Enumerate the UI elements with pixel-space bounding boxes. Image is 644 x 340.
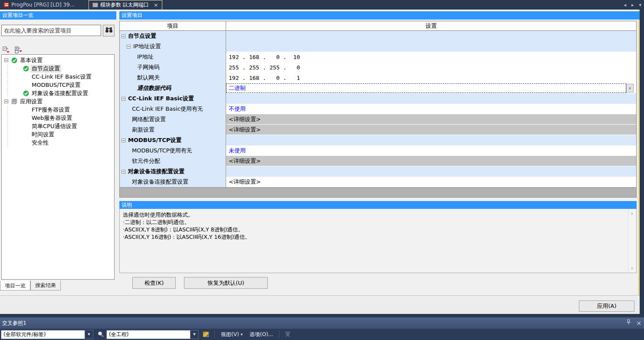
row-setting-cell[interactable] [226, 41, 636, 52]
row-item-label: IP地址设置 [133, 43, 161, 50]
row-item-label: 对象设备连接配置设置 [132, 178, 188, 186]
row-setting-cell[interactable] [226, 166, 636, 177]
check-circle-icon [11, 57, 17, 63]
collapse-box-icon[interactable] [122, 97, 125, 101]
table-row[interactable]: 刷新设置<详细设置> [120, 125, 636, 135]
pin-icon[interactable] [626, 317, 631, 329]
tab-progpou[interactable]: ProgPou [PRG] [LD] 39... [0, 0, 85, 10]
device-filter-combo[interactable]: (全部软元件/标签) ▼ [1, 330, 93, 339]
tree-item[interactable]: Web服务器设置 [2, 114, 114, 122]
row-setting-cell[interactable] [226, 135, 636, 145]
table-row[interactable]: 软元件分配<详细设置> [120, 156, 636, 166]
scope-filter-combo[interactable]: (全工程) ▼ [106, 330, 199, 339]
collapse-box-icon[interactable] [4, 99, 8, 103]
scroll-up-icon[interactable]: ∧ [628, 210, 636, 217]
collapse-box-icon[interactable] [127, 45, 131, 49]
chevron-down-icon[interactable]: ▼ [85, 330, 93, 339]
row-setting-cell[interactable]: <详细设置> [226, 114, 636, 125]
description-line: 选择通信时使用的数据格式。 [123, 211, 625, 218]
magnifier-icon[interactable] [96, 330, 105, 339]
tab-item-list[interactable]: 项目一览 [0, 281, 30, 290]
tree-item[interactable]: 安全性 [2, 139, 114, 147]
row-setting-cell[interactable]: 192 . 168 . 0 . 1 [226, 73, 636, 83]
table-row[interactable]: 对象设备连接配置设置<详细设置> [120, 177, 636, 187]
cross-reference-toolbar: (全部软元件/标签) ▼ (全工程) ▼ [0, 329, 644, 340]
collapse-box-icon[interactable] [122, 34, 125, 38]
tree-item-label: MODBUS/TCP设置 [30, 81, 82, 89]
close-icon[interactable]: × [636, 317, 641, 329]
chevron-down-icon[interactable]: ▼ [190, 330, 199, 339]
apply-button[interactable]: 应用(A) [579, 300, 634, 312]
row-value: 192 . 168 . 0 . 1 [226, 75, 300, 81]
row-setting-cell[interactable]: 192 . 168 . 0 . 10 [226, 52, 636, 62]
table-row[interactable]: 通信数据代码二进制∨ [120, 83, 636, 93]
search-input[interactable] [1, 25, 101, 36]
row-item-cell: CC-Link IEF Basic设置 [120, 93, 226, 104]
nav-left-icon[interactable]: ◂ [624, 2, 626, 8]
row-setting-cell[interactable]: 未使用 [226, 145, 636, 156]
row-setting-cell[interactable]: 255 . 255 . 255 . 0 [226, 62, 636, 73]
view-menu[interactable]: 视图(V) ▾ [217, 331, 246, 338]
row-item-label: CC-Link IEF Basic使用有无 [132, 105, 203, 113]
description-scrollbar[interactable]: ∧ ∨ [628, 210, 635, 272]
settings-table-body: 自节点设置IP地址设置IP地址192 . 168 . 0 . 10子网掩码255… [120, 31, 636, 187]
collapse-box-icon[interactable] [122, 139, 125, 142]
nav-right-icon[interactable]: ▸ [631, 2, 634, 8]
row-setting-cell[interactable]: 不使用 [226, 104, 636, 114]
table-row[interactable]: 自节点设置 [120, 31, 636, 41]
tree-item-label: Web服务器设置 [30, 114, 73, 122]
tab-module-parameter[interactable]: 模块参数 以太网端口 × [89, 0, 162, 10]
table-row[interactable]: IP地址192 . 168 . 0 . 10 [120, 52, 636, 62]
tree-item[interactable]: 应用设置 [2, 97, 114, 106]
row-setting-cell[interactable] [226, 31, 636, 41]
table-row[interactable]: MODBUS/TCP使用有无未使用 [120, 145, 636, 156]
expand-all-icon[interactable] [14, 46, 23, 54]
scope-filter-value: (全工程) [106, 330, 190, 339]
tab-search-result[interactable]: 搜索结果 [30, 281, 61, 290]
collapse-box-icon[interactable] [122, 170, 125, 174]
table-row[interactable]: 网络配置设置<详细设置> [120, 114, 636, 125]
row-item-label: 对象设备连接配置设置 [128, 168, 184, 175]
tab-overflow-icon[interactable]: ▾ [639, 2, 641, 8]
program-icon [3, 2, 9, 7]
check-button[interactable]: 检查(K) [132, 277, 176, 289]
selected-setting-cell[interactable]: 二进制 [226, 83, 626, 93]
tree-item[interactable]: 自节点设置 [2, 64, 114, 73]
table-row[interactable]: 默认网关192 . 168 . 0 . 1 [120, 73, 636, 83]
module-parameter-document: 设置项目一览 [0, 10, 640, 314]
tree-item-label: 应用设置 [19, 98, 44, 106]
row-setting-cell[interactable]: <详细设置> [226, 156, 636, 166]
scroll-down-icon[interactable]: ∨ [628, 264, 636, 272]
tree-item[interactable]: CC-Link IEF Basic设置 [2, 73, 114, 81]
tree-item[interactable]: MODBUS/TCP设置 [2, 81, 114, 89]
restore-default-button[interactable]: 恢复为默认(U) [184, 277, 268, 289]
row-setting-cell[interactable]: <详细设置> [226, 125, 636, 135]
dropdown-button[interactable]: ∨ [626, 84, 634, 92]
row-setting-cell[interactable]: <详细设置> [226, 177, 636, 187]
tree-item[interactable]: FTP服务器设置 [2, 106, 114, 114]
search-button[interactable] [103, 25, 115, 36]
left-panel-title: 设置项目一览 [0, 11, 116, 20]
table-row[interactable]: CC-Link IEF Basic设置 [120, 93, 636, 104]
setting-item-panel: 设置项目 项目 设置 自节点设置IP地址设置IP地址192 . 168 . 0 … [119, 10, 640, 312]
tool-settings-icon[interactable] [201, 330, 211, 339]
close-icon[interactable]: × [154, 2, 158, 8]
options-menu[interactable]: 选项(O)... [246, 331, 276, 338]
table-row[interactable]: 对象设备连接配置设置 [120, 166, 636, 177]
tree-item[interactable]: 基本设置 [2, 56, 114, 64]
row-item-cell: 自节点设置 [120, 31, 226, 41]
table-row[interactable]: IP地址设置 [120, 41, 636, 52]
table-row[interactable]: MODBUS/TCP设置 [120, 135, 636, 145]
tree-item[interactable]: 对象设备连接配置设置 [2, 89, 114, 97]
row-item-label: 默认网关 [137, 74, 160, 82]
row-setting-cell[interactable]: 二进制∨ [226, 83, 636, 93]
row-item-cell: 对象设备连接配置设置 [120, 177, 226, 187]
tree-item[interactable]: 时间设置 [2, 130, 114, 139]
collapse-box-icon[interactable] [4, 58, 8, 62]
table-row[interactable]: 子网掩码255 . 255 . 255 . 0 [120, 62, 636, 73]
filter-disabled-icon[interactable] [283, 330, 292, 339]
table-row[interactable]: CC-Link IEF Basic使用有无不使用 [120, 104, 636, 114]
row-setting-cell[interactable] [226, 93, 636, 104]
collapse-all-icon[interactable] [2, 46, 11, 54]
tree-item[interactable]: 简单CPU通信设置 [2, 122, 114, 130]
